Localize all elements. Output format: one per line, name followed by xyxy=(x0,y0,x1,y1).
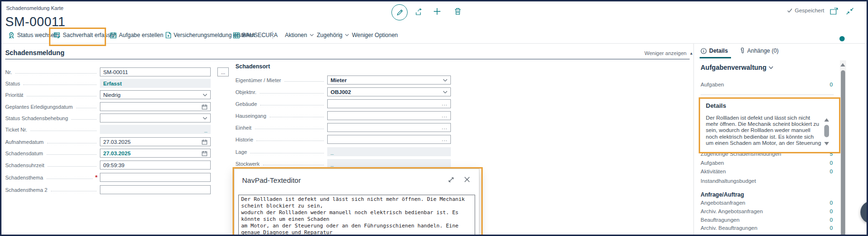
fb-row-instandhaltungsbudget: Instandhaltungsbudget xyxy=(701,178,833,184)
details-card-title: Details xyxy=(706,102,726,109)
dialog-title: NavPad-Texteditor xyxy=(242,176,301,184)
status-schadensbehebung-select[interactable] xyxy=(100,113,211,123)
prioritaet-select[interactable]: Niedrig xyxy=(100,90,211,99)
schadensthema-input[interactable] xyxy=(100,173,211,182)
dotted-leader xyxy=(23,79,97,85)
factbox-indicator-dot xyxy=(839,36,845,41)
delete-button[interactable] xyxy=(454,8,461,15)
fb-row-angebotsanfragen: Angebotsanfragen 0 xyxy=(701,200,833,206)
nr-input[interactable]: SM-00011 xyxy=(100,67,211,76)
hauseingang-lookup[interactable]: ... xyxy=(327,111,451,120)
field-label: Schadensthema xyxy=(5,175,43,180)
dialog-close-button[interactable] xyxy=(464,176,470,183)
card-scrollbar-thumb[interactable] xyxy=(824,125,829,137)
tab-details[interactable]: Details xyxy=(701,47,728,54)
dotted-leader xyxy=(15,68,97,74)
dotted-leader xyxy=(284,76,324,82)
schadensthema-2-input[interactable] xyxy=(100,185,211,194)
lookup-ellipsis-icon[interactable]: ... xyxy=(442,137,448,142)
check-icon xyxy=(787,8,792,13)
floating-help-button[interactable] xyxy=(860,201,868,224)
aufgabenverwaltung-heading[interactable]: Aufgabenverwaltung xyxy=(701,64,773,71)
fb-row-label: Archiv. Beauftragungen xyxy=(701,225,757,231)
dotted-leader xyxy=(263,160,324,165)
fb-rule xyxy=(701,94,834,95)
field-row-geplantes-erledigungsdatum: Geplantes Erledigungsdatum xyxy=(5,102,211,111)
menu-zugehoerig[interactable]: Zugehörig xyxy=(317,31,349,39)
cursor-underscore: _ xyxy=(331,149,333,155)
calendar-icon xyxy=(202,139,207,145)
fb-row-value[interactable]: 0 xyxy=(830,160,833,166)
card-scroll-up-arrow[interactable] xyxy=(824,118,829,122)
objektnr-select[interactable]: OBJ002 xyxy=(327,87,451,96)
new-button[interactable] xyxy=(433,8,441,15)
action-status-wechseln[interactable]: Status wechseln xyxy=(8,31,59,39)
menu-aktionen[interactable]: Aktionen xyxy=(285,31,314,39)
action-sachverhalt-erfassen[interactable]: Sachverhalt erfassen xyxy=(54,31,117,39)
open-in-window-button[interactable] xyxy=(830,8,838,15)
field-value: 09:59:39 xyxy=(103,162,207,168)
less-options-button[interactable]: Weniger Optionen xyxy=(352,31,398,39)
dialog-resize-button[interactable] xyxy=(448,177,454,183)
collapse-window-button[interactable] xyxy=(846,8,854,15)
field-row-status: Status Erfasst xyxy=(5,79,211,88)
share-button[interactable] xyxy=(415,8,424,16)
details-card-text[interactable]: Der Rollladen ist defekt und lässt sich … xyxy=(706,115,821,147)
calendar-check-icon xyxy=(110,32,117,38)
fb-row-aufgaben-top: Aufgaben 0 xyxy=(701,82,833,87)
historie-lookup[interactable]: ... xyxy=(327,135,451,144)
field-row-gebaeude: Gebäude ... xyxy=(235,99,451,108)
fb-row-value[interactable]: 0 xyxy=(830,225,833,231)
share-icon xyxy=(415,8,424,16)
factbox-scroll-up-arrow[interactable] xyxy=(840,63,845,66)
lookup-ellipsis-icon[interactable]: ... xyxy=(442,125,448,130)
edit-button[interactable] xyxy=(391,4,408,20)
fb-row-value[interactable]: 0 xyxy=(830,200,833,206)
factbox-scrollbar-thumb[interactable] xyxy=(841,70,845,236)
geplantes-erledigungsdatum-input[interactable] xyxy=(100,102,211,111)
dotted-leader xyxy=(51,186,97,191)
dotted-leader xyxy=(76,103,97,108)
field-value: OBJ002 xyxy=(331,89,441,95)
fasttab-rule xyxy=(5,59,690,59)
fb-row-value[interactable]: 5 xyxy=(830,151,833,157)
field-value: 27.03.2025 xyxy=(103,139,200,145)
menu-label: Aktionen xyxy=(285,32,307,38)
einheit-lookup[interactable]: ... xyxy=(327,123,451,132)
fb-row-beauftragungen: Beauftragungen 0 xyxy=(701,217,833,223)
field-label: Nr. xyxy=(5,69,12,75)
tab-anhaenge[interactable]: Anhänge (0) xyxy=(740,47,779,54)
lage-field: _ xyxy=(327,147,451,156)
dialog-textarea[interactable]: Der Rollladen ist defekt und lässt sich … xyxy=(238,195,475,236)
nr-assist-button[interactable]: ... xyxy=(217,67,229,76)
action-aufgabe-erstellen[interactable]: Aufgabe erstellen xyxy=(110,31,163,39)
action-bausecura[interactable]: BAUSECURA xyxy=(233,31,278,39)
breadcrumb[interactable]: Schadensmeldung Karte xyxy=(6,5,63,11)
show-less-label: Weniger anzeigen xyxy=(644,50,686,56)
field-row-prioritaet: Priorität Niedrig xyxy=(5,90,211,99)
card-scroll-down-arrow[interactable] xyxy=(824,142,829,145)
gebaeude-lookup[interactable]: ... xyxy=(327,99,451,108)
fasttab-title[interactable]: Schadensmeldung xyxy=(5,49,64,57)
fb-row-value[interactable]: 0 xyxy=(830,208,833,214)
field-label: Stockwerk xyxy=(235,161,260,167)
plus-icon xyxy=(433,8,441,15)
fb-row-value[interactable]: 0 xyxy=(830,82,833,87)
schadensdatum-input[interactable]: 27.03.2025 xyxy=(100,149,211,158)
fb-row-value[interactable]: 0 xyxy=(830,217,833,223)
heading-label: Aufgabenverwaltung xyxy=(701,64,766,71)
fb-row-aktivitaeten: Aktivitäten 0 xyxy=(701,169,833,174)
fb-row-value[interactable]: 0 xyxy=(830,169,833,174)
field-label: Schadensuhrzeit xyxy=(5,162,44,168)
lookup-ellipsis-icon[interactable]: ... xyxy=(442,113,448,118)
field-row-einheit: Einheit ... xyxy=(235,123,451,132)
fb-row-label: Archiv. Angebotsanfragen xyxy=(701,208,763,214)
eigentuemer-mieter-select[interactable]: Mieter xyxy=(327,76,451,85)
aufnahmedatum-input[interactable]: 27.03.2025 xyxy=(100,137,211,146)
lookup-ellipsis-icon[interactable]: ... xyxy=(442,101,448,106)
show-less-link[interactable]: Weniger anzeigen ▲ xyxy=(644,50,693,56)
field-label: Historie xyxy=(235,137,253,142)
less-options-label: Weniger Optionen xyxy=(352,32,398,38)
field-label: Ticket Nr. xyxy=(5,127,27,132)
schadensuhrzeit-input[interactable]: 09:59:39 xyxy=(100,160,211,170)
